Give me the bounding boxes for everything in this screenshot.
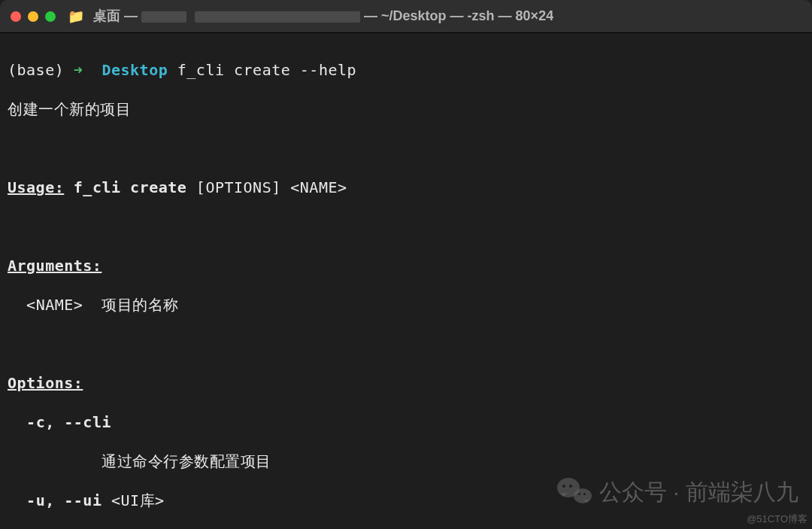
arg-name: <NAME>	[26, 296, 83, 314]
option-desc: 通过命令行参数配置项目	[8, 451, 804, 471]
terminal-output[interactable]: (base) ➜ Desktop f_cli create --help 创建一…	[0, 33, 812, 529]
folder-icon: 📁	[68, 8, 84, 25]
window-controls	[11, 11, 56, 22]
usage-cmd: f_cli create	[74, 178, 187, 196]
options-label: Options:	[8, 374, 83, 392]
usage-label: Usage:	[8, 178, 64, 196]
redacted-text	[195, 11, 360, 23]
option-flag: -c, --cli	[26, 413, 111, 431]
option-row: -c, --cli	[8, 412, 804, 432]
window-title: 桌面 — — ~/Desktop — -zsh — 80×24	[93, 8, 553, 25]
blank-line	[8, 217, 804, 236]
prompt-line: (base) ➜ Desktop f_cli create --help	[8, 60, 804, 80]
option-flag: -u, --ui	[26, 491, 102, 509]
usage-line: Usage: f_cli create [OPTIONS] <NAME>	[8, 178, 804, 197]
option-meta: <UI库>	[111, 491, 165, 509]
window-titlebar: 📁 桌面 — — ~/Desktop — -zsh — 80×24	[0, 0, 812, 33]
prompt-cwd: Desktop	[102, 61, 168, 79]
minimize-icon[interactable]	[28, 11, 38, 22]
option-row: -u, --ui <UI库>	[8, 491, 804, 510]
title-prefix: 桌面 —	[93, 8, 138, 23]
close-icon[interactable]	[11, 11, 21, 22]
title-suffix: — ~/Desktop — -zsh — 80×24	[364, 8, 553, 23]
usage-args: [OPTIONS] <NAME>	[196, 178, 347, 196]
prompt-env: (base)	[8, 61, 64, 79]
redacted-text	[141, 11, 186, 23]
prompt-arrow-icon: ➜	[74, 61, 83, 79]
blank-line	[8, 334, 804, 354]
arguments-label: Arguments:	[8, 257, 102, 275]
maximize-icon[interactable]	[45, 11, 56, 22]
attribution-text: @51CTO博客	[747, 513, 807, 526]
help-description: 创建一个新的项目	[8, 99, 804, 119]
command-text: f_cli create --help	[177, 61, 356, 79]
blank-line	[8, 138, 804, 158]
arg-desc: 项目的名称	[102, 296, 179, 314]
argument-row: <NAME> 项目的名称	[8, 295, 804, 315]
